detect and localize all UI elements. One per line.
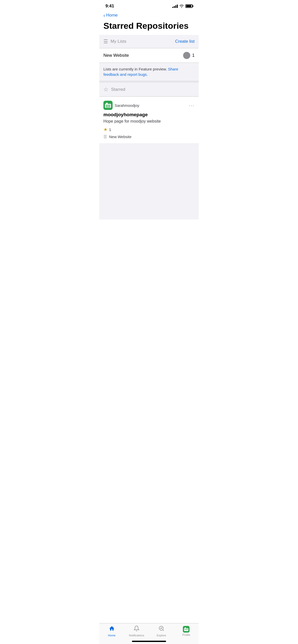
more-options-button[interactable]: ··· [189,103,195,108]
repo-list-name: New Website [109,135,131,139]
my-lists-label: My Lists [111,39,126,44]
svg-rect-6 [107,106,109,107]
repo-list-row: ☰ New Website [103,134,195,139]
star-count-value: 1 [109,127,111,132]
svg-rect-5 [106,106,107,107]
gray-section: ☰ My Lists Create list New Website 1 Lis… [99,35,199,219]
create-list-button[interactable]: Create list [175,39,195,44]
repo-avatar [103,101,113,110]
feature-preview-banner: Lists are currently in Feature preview. … [99,63,199,81]
repo-description: Hope page for moodjoy website [103,119,195,124]
svg-rect-2 [106,105,107,106]
my-lists-row: ☰ My Lists Create list [99,35,199,48]
star-filled-icon: ★ [103,127,107,132]
repo-owner-name: Sarahmoodjoy [115,103,139,108]
svg-rect-1 [106,103,108,105]
repo-header: Sarahmoodjoy ··· [103,101,195,110]
repo-owner: Sarahmoodjoy [103,101,139,110]
starred-label: Starred [111,87,125,92]
repo-card[interactable]: Sarahmoodjoy ··· moodjoyhomepage Hope pa… [99,96,199,143]
list-icon: ☰ [103,38,108,45]
new-website-label: New Website [103,53,129,58]
back-chevron-icon: ‹ [103,13,105,18]
signal-icon [172,4,178,8]
page-title: Starred Repositories [103,21,195,31]
my-lists-left: ☰ My Lists [103,38,126,45]
content-filler [99,143,199,219]
back-label: Home [106,13,118,18]
new-website-right: 1 [183,52,195,59]
wifi-icon [179,4,184,8]
svg-rect-7 [109,106,110,107]
svg-rect-3 [107,105,109,106]
status-icons [172,4,193,8]
list-small-icon: ☰ [103,134,107,139]
list-avatar-dot [183,52,190,59]
starred-header: ☆ Starred [99,81,199,96]
back-button[interactable]: ‹ Home [103,13,195,18]
repo-star-count: ★ 1 [103,127,195,132]
battery-icon [185,4,193,8]
feature-preview-text: Lists are currently in Feature preview. … [103,66,195,77]
repo-name: moodjoyhomepage [103,112,195,118]
nav-back: ‹ Home [99,11,199,19]
status-bar: 9:41 [99,0,199,11]
status-time: 9:41 [105,4,114,9]
svg-rect-4 [109,105,110,106]
new-website-row[interactable]: New Website 1 [99,48,199,63]
star-outline-icon: ☆ [103,86,109,93]
new-website-count: 1 [192,53,195,58]
page-title-section: Starred Repositories [99,19,199,35]
